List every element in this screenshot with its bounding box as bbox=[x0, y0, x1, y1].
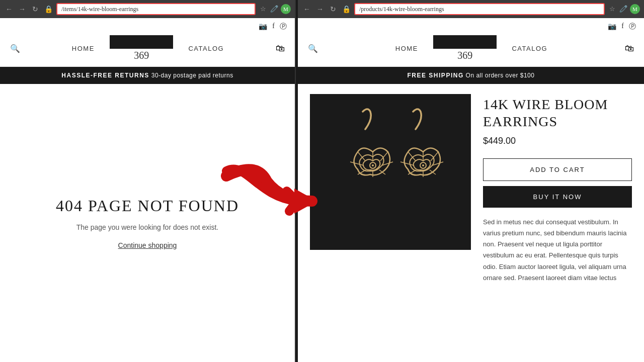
product-description: Sed in metus nec dui consequat vestibulu… bbox=[483, 217, 632, 284]
banner-left: HASSLE-FREE RETURNS 30-day postage paid … bbox=[0, 67, 295, 84]
star-icon-right[interactable]: ☆ bbox=[608, 5, 617, 14]
brand-number-left: 369 bbox=[110, 50, 174, 61]
brand-logo-left: 369 bbox=[110, 35, 174, 61]
social-bar-right: 📷 f Ⓟ bbox=[298, 18, 644, 33]
back-btn-left[interactable]: ← bbox=[4, 4, 14, 14]
brand-box-left bbox=[110, 35, 174, 49]
search-icon-right[interactable]: 🔍 bbox=[308, 44, 318, 53]
cart-icon-right[interactable]: 🛍 bbox=[625, 43, 634, 54]
svg-point-2 bbox=[372, 164, 374, 166]
nav-home-right[interactable]: HOME bbox=[395, 45, 418, 52]
instagram-icon-right[interactable]: 📷 bbox=[608, 22, 616, 31]
banner-bold-left: HASSLE-FREE RETURNS bbox=[61, 72, 149, 79]
nav-catalog-left[interactable]: CATALOG bbox=[188, 45, 224, 52]
url-text-left: /items/14k-wire-bloom-earrings bbox=[61, 6, 138, 13]
add-to-cart-button[interactable]: ADD TO CART bbox=[483, 158, 632, 181]
address-bar-left[interactable]: /items/14k-wire-bloom-earrings bbox=[56, 3, 256, 15]
nav-links-right: HOME 369 CATALOG bbox=[395, 35, 547, 61]
site-content-right: 📷 f Ⓟ 🔍 HOME 369 CATALOG 🛍 bbox=[298, 18, 644, 362]
earrings-image bbox=[325, 102, 456, 242]
page-404-subtitle: The page you were looking for does not e… bbox=[76, 223, 219, 231]
refresh-btn-right[interactable]: ↻ bbox=[328, 4, 338, 14]
puzzle-icon-left[interactable]: 🧷 bbox=[270, 5, 279, 14]
social-bar-left: 📷 f Ⓟ bbox=[0, 18, 295, 33]
browser-chrome-right: ← → ↻ 🔒 /products/14k-wire-bloom-earring… bbox=[298, 0, 644, 18]
banner-text-right: On all orders over $100 bbox=[464, 72, 535, 79]
refresh-btn-left[interactable]: ↻ bbox=[30, 4, 40, 14]
star-icon-left[interactable]: ☆ bbox=[259, 5, 268, 14]
brand-number-right: 369 bbox=[433, 50, 497, 61]
site-content-left: 📷 f Ⓟ 🔍 HOME 369 CATALOG 🛍 bbox=[0, 18, 295, 362]
banner-text-left: 30-day postage paid returns bbox=[149, 72, 233, 79]
forward-btn-right[interactable]: → bbox=[315, 4, 325, 14]
lock-btn-left: 🔒 bbox=[43, 4, 53, 14]
address-bar-right[interactable]: /products/14k-wire-bloom-earrings bbox=[354, 3, 605, 15]
continue-shopping-link[interactable]: Continue shopping bbox=[118, 241, 177, 249]
product-image-area bbox=[310, 94, 471, 352]
nav-home-left[interactable]: HOME bbox=[72, 45, 95, 52]
cart-icon-left[interactable]: 🛍 bbox=[276, 43, 285, 54]
browser-chrome-left: ← → ↻ 🔒 /items/14k-wire-bloom-earrings ☆… bbox=[0, 0, 295, 18]
nav-links-left: HOME 369 CATALOG bbox=[72, 35, 224, 61]
forward-btn-left[interactable]: → bbox=[17, 4, 27, 14]
product-image-box bbox=[310, 94, 471, 250]
nav-bar-right: 🔍 HOME 369 CATALOG 🛍 bbox=[298, 33, 644, 67]
svg-point-4 bbox=[422, 164, 424, 166]
banner-bold-right: FREE SHIPPING bbox=[408, 72, 464, 79]
back-btn-right[interactable]: ← bbox=[302, 4, 312, 14]
pinterest-icon-right[interactable]: Ⓟ bbox=[629, 22, 636, 31]
banner-right: FREE SHIPPING On all orders over $100 bbox=[298, 67, 644, 84]
product-price: $449.00 bbox=[483, 136, 632, 146]
puzzle-icon-right[interactable]: 🧷 bbox=[619, 5, 628, 14]
product-content: 14K WIRE BLOOM EARRINGS $449.00 ADD TO C… bbox=[298, 84, 644, 362]
facebook-icon-left[interactable]: f bbox=[272, 22, 275, 31]
page-404: 404 PAGE NOT FOUND The page you were loo… bbox=[0, 84, 295, 362]
brand-box-right bbox=[433, 35, 497, 49]
page-404-title: 404 PAGE NOT FOUND bbox=[56, 197, 239, 215]
search-icon-left[interactable]: 🔍 bbox=[10, 44, 20, 53]
instagram-icon-left[interactable]: 📷 bbox=[259, 22, 267, 31]
nav-bar-left: 🔍 HOME 369 CATALOG 🛍 bbox=[0, 33, 295, 67]
facebook-icon-right[interactable]: f bbox=[621, 22, 624, 31]
buy-now-button[interactable]: BUY IT NOW bbox=[483, 186, 632, 208]
url-text-right: /products/14k-wire-bloom-earrings bbox=[359, 6, 444, 13]
product-title: 14K WIRE BLOOM EARRINGS bbox=[483, 96, 632, 130]
pinterest-icon-left[interactable]: Ⓟ bbox=[280, 22, 287, 31]
lock-btn-right: 🔒 bbox=[341, 4, 351, 14]
brand-logo-right: 369 bbox=[433, 35, 497, 61]
profile-right[interactable]: M bbox=[630, 4, 640, 14]
profile-left[interactable]: M bbox=[281, 4, 291, 14]
product-info: 14K WIRE BLOOM EARRINGS $449.00 ADD TO C… bbox=[483, 94, 632, 352]
nav-catalog-right[interactable]: CATALOG bbox=[512, 45, 547, 52]
